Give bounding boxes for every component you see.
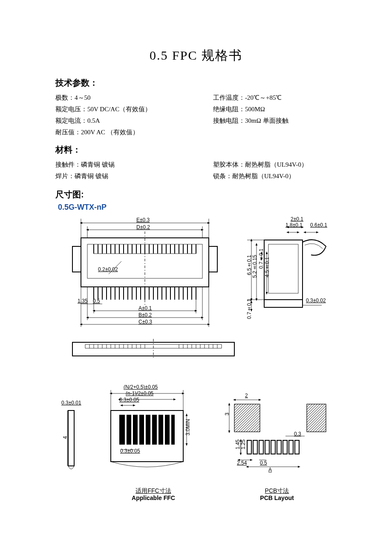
tech-row: 额定电压：50V DC/AC（有效值）: [55, 104, 213, 115]
pcb-3: 3: [224, 413, 230, 416]
svg-rect-55: [234, 404, 260, 432]
page-title: 0.5 FPC 规格书: [55, 47, 337, 64]
ffc-side1: 0.3±0.01: [61, 400, 81, 406]
material-row: 接触件：磷青铜 镀锡: [55, 159, 213, 171]
part-number: 0.5G-WTX-nP: [58, 203, 337, 212]
dim-0.7b: 0.7±0.1: [246, 299, 252, 319]
tech-row: 耐压值：200V AC （有效值）: [55, 127, 213, 138]
svg-rect-60: [265, 440, 269, 454]
svg-rect-39: [119, 415, 175, 445]
pcb-caption: PCB寸法 PCB Layout: [243, 487, 311, 502]
tech-row: 额定电流：0.5A: [55, 115, 213, 127]
dim-heading: 尺寸图:: [55, 189, 337, 200]
svg-rect-58: [253, 440, 257, 454]
dim-1.35: 1.35: [78, 298, 87, 304]
svg-rect-59: [259, 440, 263, 454]
ffc-side2: 4: [62, 436, 68, 439]
material-row: 焊片：磷青铜 镀锡: [55, 171, 213, 182]
page: 0.5 FPC 规格书 技术参数： 极数：4～50 额定电压：50V DC/AC…: [0, 0, 392, 555]
dim-B: B±0.2: [138, 312, 152, 318]
dim-0.7: 0.7±0.1: [258, 249, 264, 269]
tech-params: 极数：4～50 额定电压：50V DC/AC（有效值） 额定电流：0.5A 耐压…: [55, 92, 337, 138]
drawing-svg: [55, 214, 337, 521]
pcb-1.45: 1.45: [235, 439, 241, 449]
ffc-dim4: 0.3±0.05: [120, 448, 140, 454]
dim-0.3: 0.3±0.02: [306, 298, 326, 304]
tech-row: 接触电阻：30mΩ 单面接触: [213, 115, 337, 127]
material-params: 接触件：磷青铜 镀锡 焊片：磷青铜 镀锡 塑胶本体：耐热树脂（UL94V-0） …: [55, 159, 337, 182]
material-row: 锁条：耐热树脂（UL94V-0）: [213, 171, 337, 182]
svg-rect-22: [268, 244, 298, 293]
pcb-A: A: [268, 467, 272, 473]
svg-rect-64: [289, 440, 293, 454]
ffc-h: 3.0MIN: [185, 419, 191, 436]
dim-0.2: 0.2±0.02: [98, 266, 118, 272]
dim-A: A±0.1: [138, 305, 152, 311]
dim-D: D±0.2: [136, 224, 150, 230]
ffc-dim3: 0.3±0.05: [119, 397, 139, 403]
tech-row: 极数：4～50: [55, 92, 213, 104]
pcb-0.5: 0.5: [260, 460, 267, 466]
svg-rect-65: [295, 440, 299, 454]
svg-rect-62: [277, 440, 281, 454]
pcb-1.25: 1.25: [240, 439, 246, 449]
material-heading: 材料：: [55, 144, 337, 156]
ffc-dim1: (N/2+0.5)±0.05: [124, 384, 158, 390]
svg-rect-57: [247, 440, 251, 454]
ffc-caption: 适用FFC寸法 Applicable FFC: [119, 487, 187, 502]
dim-C: C±0.3: [138, 319, 152, 325]
ffc-dim2: (n-1)/2±0.05: [126, 390, 153, 396]
tech-row: 工作温度：-20℃～+85℃: [213, 92, 337, 104]
technical-drawing: E±0.3 D±0.2 0.2±0.02 1.35 0.5 A±0.1 B±0.…: [55, 214, 337, 521]
dim-4.5: 4.5±0.1: [264, 257, 270, 277]
pcb-0.3: 0.3: [294, 431, 301, 437]
dim-1.8: 1.8±0.1: [285, 222, 303, 228]
material-row: 塑胶本体：耐热树脂（UL94V-0）: [213, 159, 337, 171]
svg-rect-61: [271, 440, 275, 454]
dim-0.6: 0.6±0.1: [310, 222, 327, 228]
dim-0.5: 0.5: [93, 298, 100, 304]
pcb-2.54: 2.54: [237, 460, 247, 466]
dim-6.5: 6.5±0.1: [246, 255, 252, 275]
dim-5.2: 5.2±0.15: [252, 255, 258, 278]
tech-heading: 技术参数：: [55, 77, 337, 89]
pcb-2: 2: [245, 393, 248, 399]
svg-rect-36: [68, 410, 74, 466]
tech-row: 绝缘电阻：500MΩ: [213, 104, 337, 115]
svg-rect-56: [307, 404, 326, 432]
dim-2: 2±0.1: [291, 216, 303, 222]
svg-rect-63: [283, 440, 287, 454]
dim-E: E±0.3: [136, 217, 150, 223]
